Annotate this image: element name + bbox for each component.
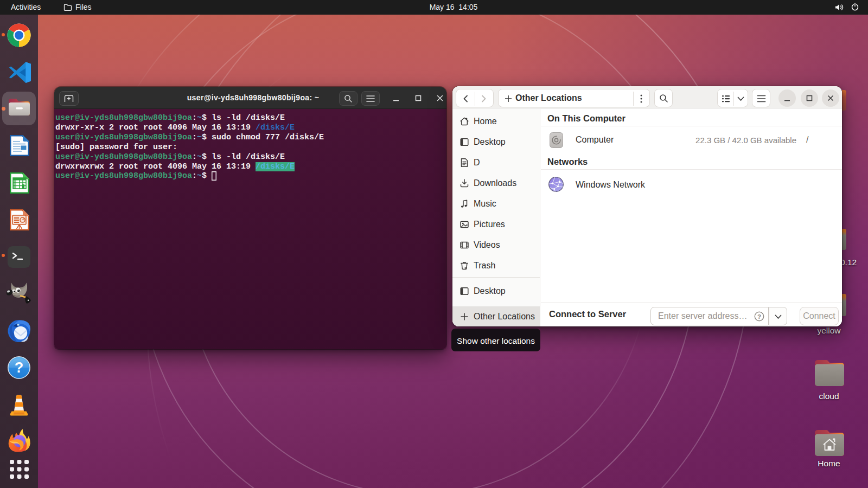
- svg-text:?: ?: [15, 359, 24, 376]
- svg-text:?: ?: [757, 313, 761, 320]
